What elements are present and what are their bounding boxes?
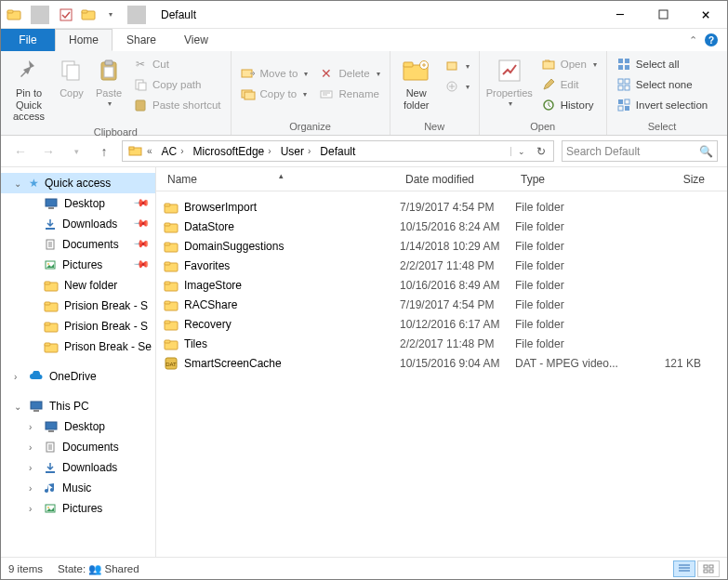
breadcrumb[interactable]: « AC› MicrosoftEdge› User› Default ⌄ ↻ [122, 140, 554, 162]
navigation-pane[interactable]: ⌄★Quick access Desktop📌Downloads📌Documen… [1, 167, 156, 557]
delete-button[interactable]: ✕Delete▾ [313, 63, 385, 84]
nav-pc-item[interactable]: ›Downloads [1, 457, 155, 478]
select-all-button[interactable]: Select all [611, 54, 713, 74]
easyaccess-icon [444, 79, 459, 94]
open-button[interactable]: Open▾ [536, 54, 602, 74]
nav-icon [44, 420, 59, 433]
move-to-button[interactable]: Move to▾ [235, 63, 314, 84]
qat-folder-icon [5, 6, 23, 24]
nav-onedrive[interactable]: ›OneDrive [1, 366, 155, 387]
up-button[interactable]: ↑ [94, 141, 114, 162]
paste-button[interactable]: Paste▾ [90, 54, 127, 125]
breadcrumb-seg-3[interactable]: Default [316, 145, 359, 158]
view-tab[interactable]: View [170, 29, 222, 51]
breadcrumb-dropdown[interactable]: ⌄ [510, 147, 531, 156]
folder-icon [162, 218, 180, 235]
ribbon-collapse-icon[interactable]: ⌃ [689, 34, 697, 46]
breadcrumb-root-icon[interactable]: « [125, 145, 158, 158]
nav-quick-item[interactable]: Prision Break - S [1, 316, 155, 336]
table-row[interactable]: DataStore 10/15/2016 8:24 AM File folder [156, 217, 727, 236]
svg-rect-5 [659, 10, 668, 19]
nav-quick-item[interactable]: Desktop📌 [1, 193, 155, 214]
rows-container[interactable]: BrowserImport 7/19/2017 4:54 PM File fol… [156, 191, 727, 557]
breadcrumb-seg-2[interactable]: User› [277, 145, 317, 158]
table-row[interactable]: DomainSuggestions 1/14/2018 10:29 AM Fil… [156, 236, 727, 256]
col-name[interactable]: Name [162, 173, 400, 186]
table-row[interactable]: RACShare 7/19/2017 4:54 PM File folder [156, 295, 727, 314]
edit-button[interactable]: Edit [536, 74, 602, 95]
status-bar: 9 items State: 👥 Shared [1, 557, 727, 579]
file-tab[interactable]: File [1, 29, 55, 51]
search-input[interactable]: Search Default 🔍 [562, 140, 718, 162]
thumbnails-view-button[interactable] [697, 560, 720, 577]
col-size[interactable]: Size [627, 173, 710, 186]
nav-pc-item[interactable]: ›Documents [1, 437, 155, 457]
forward-button[interactable]: → [38, 141, 59, 162]
svg-rect-80 [704, 565, 708, 568]
table-row[interactable]: Favorites 2/2/2017 11:48 PM File folder [156, 256, 727, 275]
svg-rect-28 [618, 65, 623, 70]
table-row[interactable]: BrowserImport 7/19/2017 4:54 PM File fol… [156, 197, 727, 217]
copy-path-button[interactable]: Copy path [127, 74, 227, 95]
edit-icon [541, 77, 556, 92]
nav-pc-item[interactable]: ›Music [1, 478, 155, 498]
svg-rect-24 [543, 61, 554, 69]
table-row[interactable]: ImageStore 10/16/2016 8:49 AM File folde… [156, 275, 727, 295]
breadcrumb-seg-0[interactable]: AC› [158, 145, 190, 158]
paste-shortcut-button[interactable]: Paste shortcut [127, 95, 227, 115]
easy-access-button[interactable]: ▾ [439, 76, 475, 97]
copy-to-button[interactable]: Copy to▾ [235, 84, 314, 104]
nav-quick-item[interactable]: New folder [1, 275, 155, 296]
rename-button[interactable]: Rename [313, 84, 385, 104]
minimize-button[interactable]: ─ [599, 1, 642, 29]
properties-button[interactable]: Properties▾ [483, 54, 536, 119]
qat-newfolder-icon[interactable] [79, 6, 98, 24]
svg-rect-10 [104, 67, 113, 77]
column-headers[interactable]: Name Date modified Type Size [156, 167, 727, 191]
pin-to-quick-access-button[interactable]: Pin to Quick access [5, 54, 53, 125]
maximize-button[interactable] [642, 1, 684, 29]
status-count: 9 items [8, 563, 43, 574]
col-date[interactable]: Date modified [400, 173, 515, 186]
refresh-button[interactable]: ↻ [531, 145, 551, 158]
help-icon[interactable]: ? [705, 33, 718, 46]
share-tab[interactable]: Share [113, 29, 170, 51]
svg-rect-42 [46, 228, 55, 230]
nav-pc-item[interactable]: ›Desktop [1, 416, 155, 437]
copy-button[interactable]: Copy [53, 54, 90, 125]
svg-point-61 [47, 507, 49, 508]
nav-this-pc[interactable]: ⌄This PC [1, 396, 155, 416]
breadcrumb-seg-1[interactable]: MicrosoftEdge› [190, 145, 277, 158]
invert-icon [616, 98, 631, 112]
close-button[interactable]: × [684, 1, 727, 29]
new-item-button[interactable]: ▾ [439, 56, 475, 76]
nav-quick-item[interactable]: Prison Break - Se [1, 336, 155, 357]
nav-quick-access[interactable]: ⌄★Quick access [1, 173, 155, 193]
table-row[interactable]: Tiles 2/2/2017 11:48 PM File folder [156, 334, 727, 353]
select-none-button[interactable]: Select none [611, 74, 713, 95]
svg-rect-41 [48, 207, 54, 209]
nav-quick-item[interactable]: Downloads📌 [1, 214, 155, 234]
back-button[interactable]: ← [10, 141, 31, 162]
svg-rect-49 [45, 302, 50, 305]
rename-icon [319, 86, 334, 101]
col-type[interactable]: Type [515, 173, 627, 186]
invert-selection-button[interactable]: Invert selection [611, 95, 713, 115]
history-button[interactable]: History [536, 95, 602, 115]
nav-quick-item[interactable]: Pictures📌 [1, 255, 155, 275]
qat-properties-icon[interactable] [57, 6, 75, 24]
svg-rect-81 [709, 565, 713, 568]
group-new-label: New [390, 119, 479, 135]
details-view-button[interactable] [673, 560, 695, 577]
nav-icon [44, 258, 57, 271]
home-tab[interactable]: Home [55, 29, 113, 51]
nav-quick-item[interactable]: Documents📌 [1, 234, 155, 255]
new-folder-button[interactable]: New folder [394, 54, 439, 119]
cut-button[interactable]: ✂Cut [127, 54, 227, 74]
nav-pc-item[interactable]: ›Pictures [1, 498, 155, 519]
table-row[interactable]: DAT SmartScreenCache 10/15/2016 9:04 AM … [156, 353, 727, 373]
nav-quick-item[interactable]: Prision Break - S [1, 296, 155, 316]
qat-dropdown-icon[interactable]: ▾ [101, 6, 120, 24]
table-row[interactable]: Recovery 10/12/2016 6:17 AM File folder [156, 314, 727, 334]
recent-button[interactable]: ▾ [66, 141, 86, 162]
